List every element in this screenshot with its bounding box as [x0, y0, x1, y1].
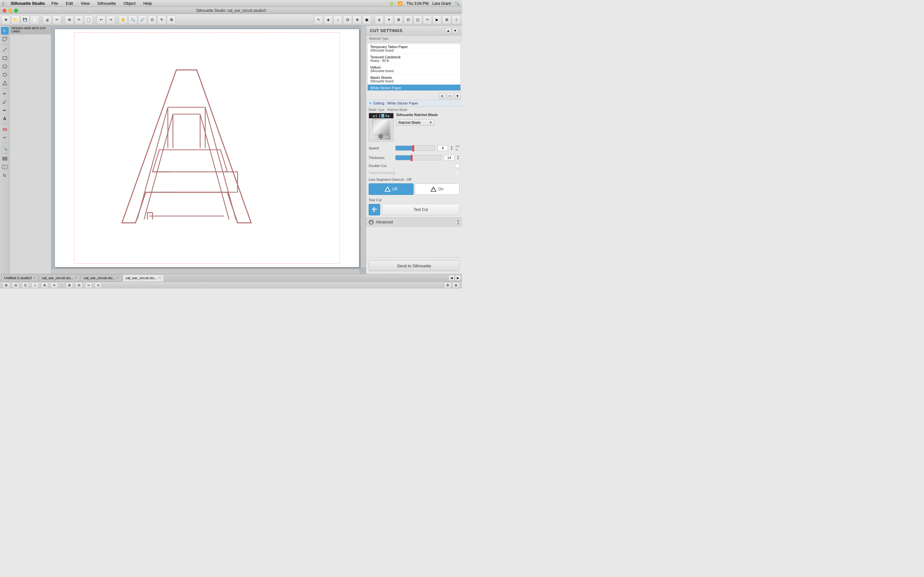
tool-triangle[interactable] [1, 79, 9, 87]
toolbar-fill[interactable]: ▣ [362, 15, 371, 24]
tab-close-2[interactable]: ✕ [116, 276, 119, 279]
toolbar-text[interactable]: A [375, 15, 384, 24]
status-btn-10[interactable]: ⊙ [95, 282, 102, 288]
tool-calligraph[interactable]: ✒ [1, 106, 9, 114]
toolbar-pan[interactable]: ✋ [119, 15, 128, 24]
test-cut-icon-btn[interactable] [368, 204, 380, 215]
toolbar-rotate[interactable]: ↻ [157, 15, 166, 24]
maximize-button[interactable] [14, 9, 18, 13]
status-btn-2[interactable]: ⊟ [12, 282, 19, 288]
toolbar-zoom-fit[interactable]: ⊡ [148, 15, 157, 24]
tab-0[interactable]: Untitled-2.studio3 ✕ [1, 274, 39, 282]
tab-1[interactable]: cat_ear_circuit.stu... ✕ [39, 274, 80, 282]
toolbar-replicate[interactable]: ⊕ [352, 15, 362, 24]
toolbar-undo[interactable]: ↩ [97, 15, 105, 24]
tool-panel2[interactable] [1, 163, 9, 171]
material-list[interactable]: Temporary Tattoo Paper Silhouette brand … [367, 43, 461, 91]
toolbar-align[interactable]: ⊡ [404, 15, 413, 24]
tool-rounded-rect[interactable] [1, 63, 9, 70]
tool-zoom[interactable]: 🔍 [1, 144, 9, 152]
speed-slider-handle[interactable] [412, 145, 414, 152]
canvas-scroll-bottom[interactable] [51, 269, 359, 274]
material-item-0[interactable]: Temporary Tattoo Paper Silhouette brand [368, 44, 460, 54]
toolbar-print[interactable]: 🖨 [43, 15, 52, 24]
tool-knife[interactable]: ✂ [1, 134, 9, 141]
menu-edit[interactable]: Edit [65, 1, 74, 6]
tool-pen[interactable]: 🖊 [1, 98, 9, 106]
nav-down-btn[interactable]: ▼ [452, 27, 458, 33]
scroll-left-btn[interactable]: ◀ [449, 275, 454, 281]
tab-close-3[interactable]: ✕ [158, 276, 161, 279]
tab-close-1[interactable]: ✕ [75, 276, 78, 279]
tab-close-0[interactable]: ✕ [33, 276, 36, 279]
material-item-3[interactable]: Washi Sheets Silhouette brand [368, 74, 460, 85]
status-btn-8[interactable]: ⊟ [75, 282, 82, 288]
search-icon[interactable]: 🔍 [455, 1, 459, 6]
material-item-2[interactable]: Vellum Silhouette brand [368, 64, 460, 74]
send-to-silhouette-button[interactable]: Send to Silhouette [368, 260, 459, 271]
blade-num-prev[interactable]: ◀ [372, 114, 375, 118]
canvas-scroll-right[interactable] [360, 26, 366, 268]
overcut-on-btn[interactable]: On [415, 183, 460, 195]
thickness-down-btn[interactable]: ▼ [457, 158, 459, 160]
apple-menu[interactable]:  [3, 1, 4, 6]
menu-silhouette[interactable]: Silhouette [96, 1, 117, 6]
status-btn-1[interactable]: ⊞ [3, 282, 10, 288]
material-scroll-btn[interactable]: ▼ [454, 93, 461, 99]
toolbar-zoom-in[interactable]: 🔍 [128, 15, 137, 24]
tool-pencil[interactable]: ✏ [1, 90, 9, 97]
toolbar-copy[interactable]: ⊕ [65, 15, 74, 24]
toolbar-node-tool[interactable]: ◈ [324, 15, 333, 24]
status-btn-6[interactable]: ✕ [51, 282, 58, 288]
tab-2[interactable]: cat_ear_circuit.stu... ✕ [81, 274, 122, 282]
minimize-button[interactable] [8, 9, 12, 13]
toolbar-zoom-out[interactable]: 🔎 [138, 15, 147, 24]
toolbar-cut[interactable]: ✂ [74, 15, 83, 24]
blade-num-next[interactable]: ▶ [388, 114, 390, 118]
material-item-1[interactable]: Textured Cardstock Heavy - 80 lb [368, 54, 460, 64]
tool-rectangle[interactable] [1, 54, 9, 62]
material-add-btn[interactable]: + [439, 93, 445, 99]
tab-3[interactable]: cat_ear_circuit.stu... ✕ [123, 274, 164, 282]
tool-panel1[interactable] [1, 155, 9, 163]
tool-ellipse[interactable] [1, 71, 9, 79]
right-panel-scroll[interactable]: Material Type Temporary Tattoo Paper Sil… [366, 35, 462, 258]
menu-object[interactable]: Object [122, 1, 137, 6]
close-button[interactable] [3, 9, 6, 13]
toolbar-paste[interactable]: 📋 [84, 15, 93, 24]
toolbar-bitmap[interactable]: ⊞ [394, 15, 403, 24]
tool-text[interactable]: A [1, 115, 9, 122]
status-btn-4[interactable]: ⊹ [31, 282, 39, 288]
status-btn-7[interactable]: ⊞ [66, 282, 73, 288]
toolbar-save2[interactable]: 📄 [30, 15, 39, 24]
status-btn-3[interactable]: ⊡ [22, 282, 29, 288]
toolbar-new[interactable]: ⊕ [1, 15, 10, 24]
toolbar-grid[interactable]: ⊞ [167, 15, 176, 24]
advanced-up-arrow[interactable]: ▲ [457, 219, 459, 222]
tool-node[interactable] [1, 35, 9, 43]
speed-slider[interactable] [395, 145, 435, 151]
menu-view[interactable]: View [79, 1, 91, 6]
toolbar-open[interactable]: 📁 [11, 15, 20, 24]
settings-icon-btn[interactable]: ⚙ [444, 282, 451, 288]
track-enhancing-checkbox[interactable] [455, 171, 459, 175]
tool-select[interactable]: ↖ [1, 27, 9, 35]
overcut-off-btn[interactable]: Off [368, 183, 414, 195]
toolbar-library[interactable]: ⊞ [442, 15, 451, 24]
toolbar-save[interactable]: 💾 [21, 15, 29, 24]
test-cut-button[interactable]: Test Cut [382, 204, 459, 215]
blade-type-dropdown[interactable]: Ratchet Blade ▼ [396, 119, 435, 126]
tool-eraser[interactable] [1, 125, 9, 133]
add-icon-btn[interactable]: ⊕ [452, 282, 459, 288]
toolbar-cut-settings[interactable]: ✂ [423, 15, 432, 24]
toolbar-mirror[interactable]: ⊟ [343, 15, 352, 24]
toolbar-page-settings[interactable]: ⊹ [452, 15, 461, 24]
thickness-slider[interactable] [395, 155, 441, 160]
scroll-right-btn[interactable]: ▶ [455, 275, 461, 281]
toolbar-redo[interactable]: ↪ [106, 15, 115, 24]
tool-panel3[interactable]: ↻ [1, 171, 9, 179]
toolbar-weld[interactable]: ✦ [384, 15, 393, 24]
thickness-slider-handle[interactable] [411, 155, 413, 161]
canvas-area[interactable] [51, 26, 366, 274]
menu-help[interactable]: Help [142, 1, 153, 6]
